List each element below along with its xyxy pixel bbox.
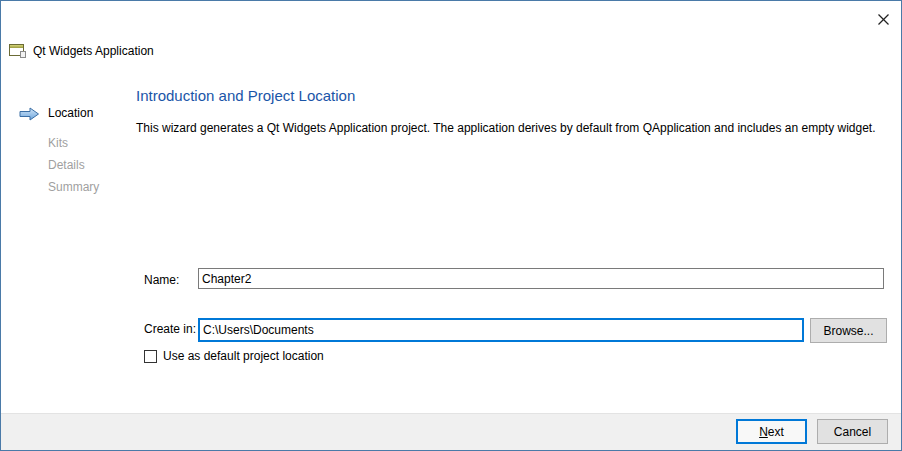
wizard-steps-sidebar: Location Kits Details Summary (1, 1, 131, 450)
create-in-label: Create in: (144, 322, 196, 336)
close-button[interactable] (871, 7, 895, 31)
page-title: Introduction and Project Location (136, 87, 355, 104)
current-step-arrow-icon (19, 107, 40, 121)
page-description: This wizard generates a Qt Widgets Appli… (136, 121, 876, 135)
default-location-checkbox-row[interactable]: Use as default project location (144, 349, 324, 363)
step-location[interactable]: Location (48, 106, 93, 120)
close-icon (877, 13, 890, 26)
name-label: Name: (144, 273, 179, 287)
browse-button[interactable]: Browse... (810, 318, 887, 343)
step-kits[interactable]: Kits (48, 136, 68, 150)
step-details[interactable]: Details (48, 158, 85, 172)
default-location-checkbox-label: Use as default project location (163, 349, 324, 363)
default-location-checkbox[interactable] (144, 350, 157, 363)
create-in-input[interactable] (198, 318, 804, 342)
step-summary[interactable]: Summary (48, 180, 99, 194)
name-input[interactable] (198, 268, 884, 289)
cancel-button[interactable]: Cancel (817, 419, 888, 444)
wizard-dialog: Qt Widgets Application Location Kits Det… (0, 0, 902, 451)
next-button[interactable]: Next (736, 419, 807, 444)
button-bar: Next Cancel (1, 413, 901, 450)
